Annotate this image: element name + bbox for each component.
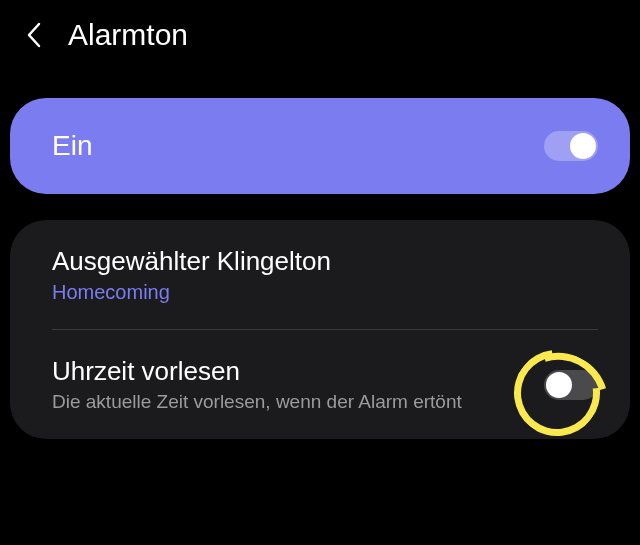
read-time-toggle-switch[interactable] — [544, 370, 598, 400]
back-icon[interactable] — [22, 23, 46, 47]
ringtone-text: Ausgewählter Klingelton Homecoming — [52, 246, 598, 304]
ringtone-value: Homecoming — [52, 281, 598, 304]
ringtone-row[interactable]: Ausgewählter Klingelton Homecoming — [10, 220, 630, 330]
alarm-sound-master-toggle-card[interactable]: Ein — [10, 98, 630, 194]
ringtone-title: Ausgewählter Klingelton — [52, 246, 598, 277]
page-title: Alarmton — [68, 18, 188, 52]
read-time-subtitle: Die aktuelle Zeit vorlesen, wenn der Ala… — [52, 391, 544, 413]
header-bar: Alarmton — [0, 0, 640, 80]
toggle-thumb — [546, 372, 572, 398]
read-time-title: Uhrzeit vorlesen — [52, 356, 544, 387]
read-time-text: Uhrzeit vorlesen Die aktuelle Zeit vorle… — [52, 356, 544, 413]
read-time-row[interactable]: Uhrzeit vorlesen Die aktuelle Zeit vorle… — [10, 330, 630, 439]
master-toggle-label: Ein — [52, 130, 92, 162]
master-toggle-switch[interactable] — [544, 131, 598, 161]
toggle-thumb — [570, 133, 596, 159]
settings-card: Ausgewählter Klingelton Homecoming Uhrze… — [10, 220, 630, 439]
